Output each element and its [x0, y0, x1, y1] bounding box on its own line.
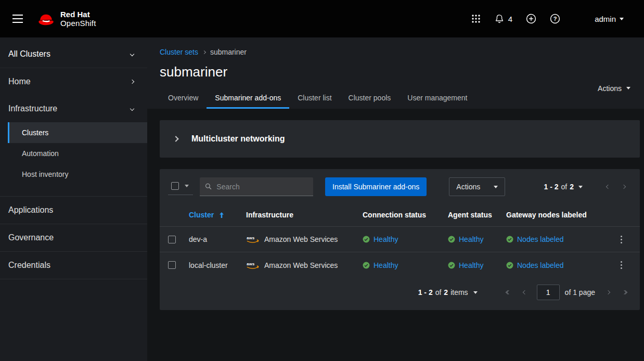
table-toolbar: Install Submariner add-ons Actions 1 - 2…: [160, 169, 640, 203]
pagination-bottom: 1 - 2 of 2 items: [160, 278, 640, 310]
breadcrumb: Cluster sets submariner: [160, 48, 640, 56]
breadcrumb-link-cluster-sets[interactable]: Cluster sets: [160, 48, 198, 56]
bulk-select-dropdown[interactable]: [168, 179, 193, 195]
help-button[interactable]: ?: [543, 9, 567, 28]
sidebar-item-automation[interactable]: Automation: [8, 143, 147, 164]
chevron-down-icon: [130, 52, 134, 56]
expand-toggle-button[interactable]: [169, 132, 183, 146]
column-header-gateway-nodes-labeled: Gateway nodes labeled: [506, 203, 613, 226]
row-kebab-menu[interactable]: [613, 256, 629, 274]
sidebar-item-label: Infrastructure: [8, 104, 57, 113]
first-page-button[interactable]: [500, 285, 516, 300]
sidebar-item-label: Host inventory: [22, 170, 68, 178]
svg-text:aws: aws: [247, 236, 254, 240]
multicluster-networking-card: Multicluster networking: [160, 120, 640, 158]
last-page-button[interactable]: [617, 285, 633, 300]
tab-user-management[interactable]: User management: [399, 88, 475, 109]
main-content: Cluster sets submariner submariner Overv…: [147, 37, 644, 361]
sidebar-item-applications[interactable]: Applications: [0, 196, 147, 224]
gateway-nodes-link[interactable]: Nodes labeled: [517, 235, 564, 243]
sort-up-icon: [218, 212, 225, 218]
tab-submariner-add-ons[interactable]: Submariner add-ons: [207, 88, 289, 109]
chevron-right-icon: [130, 80, 134, 84]
sidebar-sections: Applications Governance Credentials: [0, 196, 147, 279]
caret-down-icon: [620, 18, 624, 20]
page-actions-label: Actions: [598, 84, 622, 93]
column-header-cluster[interactable]: Cluster: [189, 203, 246, 226]
row-select-checkbox[interactable]: [168, 261, 176, 269]
tab-overview[interactable]: Overview: [160, 88, 207, 109]
gateway-nodes-cell: Nodes labeled: [506, 235, 613, 243]
breadcrumb-current: submariner: [210, 48, 247, 56]
notifications-button[interactable]: 4: [487, 9, 519, 28]
sidebar-subnav-infrastructure: Clusters Automation Host inventory: [0, 122, 147, 187]
pagination-total: 2: [570, 183, 574, 191]
gateway-nodes-link[interactable]: Nodes labeled: [517, 261, 564, 269]
chevron-right-icon: [622, 185, 626, 189]
row-kebab-menu[interactable]: [613, 230, 629, 248]
app-launcher-button[interactable]: [465, 10, 487, 28]
search-input[interactable]: [216, 183, 308, 191]
sidebar-item-home[interactable]: Home: [0, 68, 147, 95]
sidebar-item-clusters[interactable]: Clusters: [8, 122, 147, 143]
check-circle-icon: [448, 262, 455, 269]
app-window: Red Hat OpenShift 4: [0, 0, 644, 361]
check-circle-icon: [363, 262, 370, 269]
brand-line1: Red Hat: [60, 10, 96, 19]
agent-status-link[interactable]: Healthy: [459, 235, 483, 243]
tab-cluster-pools[interactable]: Cluster pools: [340, 88, 400, 109]
chevron-left-icon: [522, 290, 526, 294]
page-actions-dropdown[interactable]: Actions: [588, 81, 640, 96]
pagination-of: of: [561, 183, 568, 191]
perspective-switcher[interactable]: All Clusters: [0, 41, 147, 68]
tab-cluster-list[interactable]: Cluster list: [289, 88, 340, 109]
gateway-nodes-cell: Nodes labeled: [506, 261, 613, 269]
notifications-bell-icon: [494, 14, 505, 24]
next-page-button[interactable]: [616, 179, 632, 195]
pagination-top: 1 - 2 of 2: [540, 179, 632, 195]
pagination-bottom-menu-toggle[interactable]: 1 - 2 of 2 items: [418, 288, 478, 296]
column-header-label: Cluster: [189, 211, 214, 219]
sidebar: All Clusters Home Infrastructure Cluster…: [0, 37, 147, 361]
sidebar-item-label: Governance: [8, 233, 54, 242]
current-page-input[interactable]: [537, 285, 560, 300]
connection-status-link[interactable]: Healthy: [373, 235, 398, 243]
install-submariner-addons-button[interactable]: Install Submariner add-ons: [325, 177, 427, 196]
pagination-range: 1 - 2: [418, 288, 433, 296]
redhat-openshift-logo[interactable]: Red Hat OpenShift: [36, 10, 96, 28]
bulk-select-checkbox[interactable]: [171, 182, 179, 190]
table-row: dev-a aws Amazon Web Services: [160, 227, 640, 252]
pagination-items-word: items: [450, 288, 468, 296]
check-circle-icon: [363, 236, 370, 243]
sidebar-item-host-inventory[interactable]: Host inventory: [8, 164, 147, 185]
sidebar-item-label: Automation: [22, 149, 59, 158]
connection-status-cell: Healthy: [363, 261, 448, 269]
page-title: submariner: [160, 64, 475, 80]
multicluster-networking-title: Multicluster networking: [191, 134, 285, 144]
prev-page-button[interactable]: [600, 179, 616, 195]
table-header: Cluster Infrastructure Connection status…: [160, 203, 640, 227]
next-page-button[interactable]: [600, 285, 616, 300]
sidebar-item-infrastructure[interactable]: Infrastructure: [0, 95, 147, 122]
pagination-top-menu-toggle[interactable]: 1 - 2 of 2: [540, 179, 587, 194]
help-icon: ?: [550, 14, 560, 24]
sidebar-item-label: Home: [8, 77, 31, 86]
cluster-name-cell: dev-a: [189, 235, 246, 243]
sidebar-item-governance[interactable]: Governance: [0, 224, 147, 251]
infrastructure-label: Amazon Web Services: [264, 235, 338, 243]
pagination-range: 1 - 2: [544, 183, 559, 191]
connection-status-cell: Healthy: [363, 235, 448, 243]
user-menu[interactable]: admin: [588, 10, 630, 28]
sidebar-item-credentials[interactable]: Credentials: [0, 251, 147, 279]
nav-toggle-hamburger-icon[interactable]: [7, 9, 28, 28]
connection-status-link[interactable]: Healthy: [373, 261, 398, 269]
agent-status-link[interactable]: Healthy: [459, 261, 483, 269]
table-actions-dropdown[interactable]: Actions: [449, 177, 505, 196]
check-circle-icon: [448, 236, 455, 243]
add-button[interactable]: [519, 9, 543, 28]
row-select-checkbox[interactable]: [168, 236, 176, 243]
notification-count: 4: [508, 15, 512, 23]
prev-page-button[interactable]: [517, 285, 533, 300]
table-body: dev-a aws Amazon Web Services: [160, 227, 640, 278]
app-launcher-icon: [471, 14, 481, 23]
